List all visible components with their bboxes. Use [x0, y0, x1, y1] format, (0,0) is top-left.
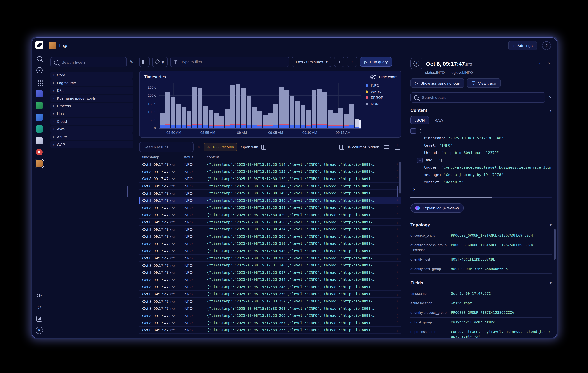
row-kebab-icon[interactable]: ⋮ [393, 321, 401, 325]
row-kebab-icon[interactable]: ⋮ [393, 249, 401, 253]
field-row[interactable]: dt.host_group.id easytravel_demo_azure [410, 318, 552, 327]
details-resize-handle[interactable] [397, 186, 398, 197]
details-kebab-icon[interactable]: ⋮ [536, 61, 543, 66]
timeframe-prev-button[interactable]: ‹ [334, 57, 345, 67]
show-surrounding-logs-button[interactable]: ▷ Show surrounding logs [410, 78, 464, 88]
app-icon-problems[interactable] [36, 149, 43, 155]
query-kebab-icon[interactable]: ⋮ [395, 59, 401, 64]
chart-bar[interactable] [333, 83, 338, 128]
chevron-down-icon[interactable]: ▾ [550, 280, 552, 285]
table-row[interactable]: Oct 8, 09:17:47.872 INFO {"timestamp":"2… [139, 226, 401, 233]
chart-bar[interactable] [247, 83, 251, 128]
tab-json[interactable]: JSON [410, 116, 429, 124]
row-kebab-icon[interactable]: ⋮ [393, 227, 401, 231]
clear-results-search-icon[interactable]: × [197, 145, 200, 150]
table-row[interactable]: Oct 8, 09:17:47.872 INFO {"timestamp":"2… [139, 269, 401, 276]
app-icon-dashboards[interactable] [36, 114, 43, 121]
table-row[interactable]: Oct 8, 09:17:47.872 INFO {"timestamp":"2… [139, 211, 401, 218]
chevron-down-icon[interactable]: ▾ [550, 223, 552, 227]
help-icon[interactable]: ? [542, 41, 551, 50]
row-kebab-icon[interactable]: ⋮ [393, 292, 401, 296]
legend-item[interactable]: WARN [366, 90, 397, 93]
field-row[interactable]: dt.entity.process_group PROCESS_GROUP-71… [410, 308, 552, 318]
json-toggle-icon[interactable]: + [417, 157, 423, 163]
chart-bar[interactable] [328, 83, 332, 128]
chart-bar[interactable] [225, 83, 230, 128]
facet-group[interactable]: › Core [50, 72, 133, 78]
toggle-sidebar-button[interactable] [139, 57, 150, 67]
view-trace-button[interactable]: View trace [467, 78, 501, 88]
table-row[interactable]: Oct 8, 09:17:47.872 INFO {"timestamp":"2… [139, 161, 401, 168]
row-kebab-icon[interactable]: ⋮ [393, 299, 401, 303]
chart-bar[interactable] [192, 83, 197, 128]
add-logs-button[interactable]: + Add logs [508, 41, 537, 50]
json-toggle-icon[interactable]: − [410, 128, 416, 134]
topology-row[interactable]: dt.source_entity PROCESS_GROUP_INSTANCE-… [410, 231, 552, 240]
app-icon-notebooks[interactable] [36, 137, 43, 145]
facets-resize-handle[interactable] [127, 186, 128, 197]
facet-group[interactable]: › Log source [50, 79, 133, 86]
table-row[interactable]: Oct 8, 09:17:47.872 INFO {"timestamp":"2… [139, 312, 401, 319]
table-row[interactable]: Oct 8, 09:17:47.872 INFO {"timestamp":"2… [139, 276, 401, 283]
timeframe-dropdown[interactable]: Last 30 minutes ▾ [292, 57, 332, 67]
facet-group[interactable]: › Cloud [50, 118, 133, 125]
chart-bar[interactable] [209, 83, 213, 128]
facet-group[interactable]: › AWS [50, 126, 133, 133]
chart-bar[interactable] [349, 83, 354, 128]
table-row[interactable]: Oct 8, 09:17:47.872 INFO {"timestamp":"2… [139, 219, 401, 226]
tab-raw[interactable]: RAW [430, 116, 447, 124]
topology-row[interactable]: dt.entity.process_group_instance PROCESS… [410, 240, 552, 255]
table-row[interactable]: Oct 8, 09:17:47.872 INFO {"timestamp":"2… [139, 305, 401, 312]
pipeline-icon[interactable]: ▸ [36, 66, 43, 74]
chart-bar[interactable] [301, 83, 305, 128]
row-kebab-icon[interactable]: ⋮ [393, 328, 401, 332]
row-density-icon[interactable] [383, 143, 390, 151]
chart-bar[interactable] [236, 83, 240, 128]
facet-group[interactable]: › Process [50, 103, 133, 109]
row-kebab-icon[interactable]: ⋮ [393, 241, 401, 246]
row-kebab-icon[interactable]: ⋮ [393, 206, 401, 210]
chart-bar[interactable] [252, 83, 256, 128]
chart-bar[interactable] [355, 83, 359, 128]
edit-facets-icon[interactable]: ✎ [130, 60, 133, 65]
field-row[interactable]: timestamp Oct 8, 09:17:47.872 [410, 289, 552, 298]
table-row[interactable]: Oct 8, 09:17:47.872 INFO {"timestamp":"2… [139, 175, 401, 182]
expand-rail-icon[interactable]: ≫ [36, 291, 43, 299]
download-icon[interactable] [394, 143, 401, 151]
chart-bar[interactable] [279, 83, 284, 128]
chart-bar[interactable] [165, 83, 170, 128]
table-row[interactable]: Oct 8, 09:17:47.872 INFO {"timestamp":"2… [139, 290, 401, 298]
legend-item[interactable]: ERROR [366, 95, 397, 100]
logs-app-rail-icon[interactable] [36, 160, 43, 167]
details-search-input[interactable] [410, 92, 545, 103]
table-row[interactable]: Oct 8, 09:17:47.872 INFO {"timestamp":"2… [139, 168, 401, 175]
field-row[interactable]: dt.process.name com.dynatrace.easytravel… [410, 327, 552, 338]
app-icon-metrics[interactable] [36, 102, 43, 109]
row-kebab-icon[interactable]: ⋮ [393, 220, 401, 224]
facet-group[interactable]: › Host [50, 110, 133, 117]
table-scrollbar[interactable] [399, 162, 401, 194]
column-content[interactable]: content [207, 155, 393, 159]
chart-bar[interactable] [268, 83, 273, 128]
row-kebab-icon[interactable]: ⋮ [393, 234, 401, 238]
dynatrace-logo-icon[interactable] [35, 41, 43, 49]
table-row[interactable]: Oct 8, 09:17:47.872 INFO {"timestamp":"2… [139, 240, 401, 247]
chart-bar[interactable] [273, 83, 278, 128]
chart-bar[interactable] [219, 83, 224, 128]
row-kebab-icon[interactable]: ⋮ [393, 285, 401, 289]
chart-bar[interactable] [317, 83, 322, 128]
row-kebab-icon[interactable]: ⋮ [393, 313, 401, 318]
table-row[interactable]: Oct 8, 09:17:47.872 INFO {"timestamp":"2… [139, 190, 401, 197]
usage-icon[interactable] [36, 315, 43, 322]
chart-bar[interactable] [322, 83, 327, 128]
column-status[interactable]: status [183, 155, 207, 159]
row-kebab-icon[interactable]: ⋮ [393, 198, 401, 203]
details-scrollbar[interactable] [554, 229, 556, 260]
facet-group[interactable]: › Azure [50, 133, 133, 140]
open-with-button[interactable]: Open with [241, 145, 266, 149]
facet-search-input[interactable] [50, 57, 127, 67]
chart-bar[interactable] [306, 83, 311, 128]
facet-group[interactable]: › K8s [50, 87, 133, 94]
table-row[interactable]: Oct 8, 09:17:47.872 INFO {"timestamp":"2… [139, 327, 401, 334]
topology-row[interactable]: dt.entity.host_group HOST_GROUP-32E6C45B… [410, 264, 552, 274]
